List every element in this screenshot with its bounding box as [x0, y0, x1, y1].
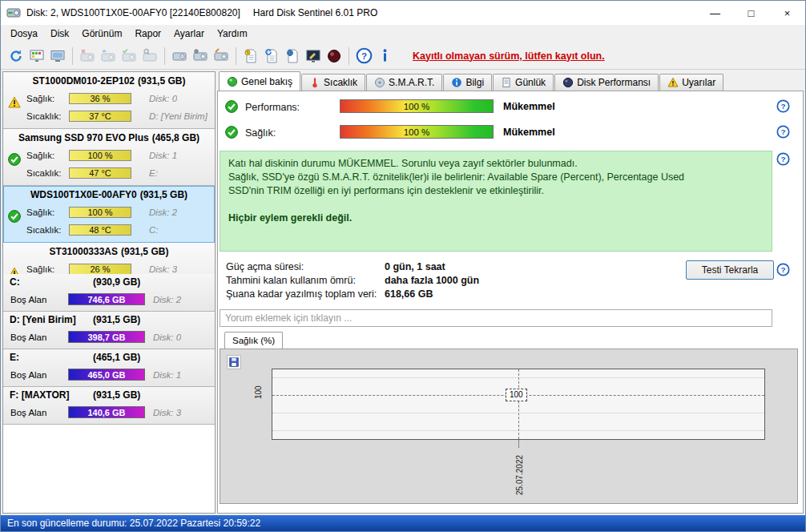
- disk-list: ST1000DM010-2EP102(931,5 GB) Sağlık:36 %…: [3, 72, 215, 274]
- tab-uyarilar[interactable]: Uyarılar: [659, 74, 723, 91]
- retest-button[interactable]: Testi Tekrarla: [686, 260, 774, 280]
- svg-text:?: ?: [780, 265, 785, 274]
- chart-tab-health[interactable]: Sağlık (%): [224, 332, 283, 349]
- performance-sphere-icon[interactable]: [324, 46, 345, 66]
- menu-yardim[interactable]: Yardım: [211, 26, 254, 41]
- toolbar-separator: [72, 47, 73, 65]
- report-clock-icon[interactable]: [240, 46, 261, 66]
- overview-panel: Performans: 100 % Mükemmel ? Sağlık: 100…: [217, 91, 804, 514]
- tab-sicaklik[interactable]: Sıcaklık: [301, 74, 365, 91]
- disk-remove-icon[interactable]: [77, 46, 98, 66]
- partition-item-e[interactable]: E:(465,1 GB) Boş Alan465,0 GBDisk: 1: [3, 349, 215, 387]
- close-button[interactable]: ×: [769, 1, 805, 25]
- y-axis-label: 100: [254, 385, 263, 399]
- temperature-bar: 37 °C: [69, 111, 131, 122]
- status-text: En son güncelleme durumu: 25.07.2022 Paz…: [7, 518, 260, 529]
- report-web-icon[interactable]: [282, 46, 303, 66]
- help-icon[interactable]: ?: [776, 99, 790, 113]
- partition-item-f[interactable]: F: [MAXTOR](931,5 GB) Boş Alan140,6 GBDi…: [3, 387, 215, 425]
- report-refresh-icon[interactable]: [261, 46, 282, 66]
- tab-bilgi[interactable]: Bilgi: [443, 74, 492, 91]
- disk-copy-icon[interactable]: [169, 46, 190, 66]
- partition-list: C:(930,9 GB) Boş Alan746,6 GBDisk: 2 D: …: [3, 274, 215, 425]
- alerts-icon: [667, 77, 679, 88]
- help-icon[interactable]: ?: [776, 263, 790, 276]
- minimize-button[interactable]: —: [697, 1, 733, 25]
- disk-number: Disk: 0: [153, 332, 181, 342]
- tab-strip: Genel bakış Sıcaklık S.M.A.R.T. Bilgi Gü…: [217, 71, 804, 91]
- warning-icon: [8, 267, 21, 274]
- partition-item-c[interactable]: C:(930,9 GB) Boş Alan746,6 GBDisk: 2: [3, 274, 215, 312]
- maximize-button[interactable]: □: [733, 1, 769, 25]
- total-written-value: 618,66 GB: [385, 288, 433, 300]
- tab-gunluk[interactable]: Günlük: [493, 74, 554, 91]
- app-icon: [6, 6, 21, 20]
- temperature-bar: 47 °C: [69, 167, 131, 179]
- drive-letter: E:: [149, 168, 158, 178]
- performance-bar: 100 %: [340, 99, 494, 113]
- health-rating: Mükemmel: [503, 127, 555, 138]
- window-controls: — □ ×: [697, 1, 805, 25]
- ok-icon: [225, 126, 238, 139]
- disk-search-icon[interactable]: [139, 46, 160, 66]
- disk-eject-icon[interactable]: [98, 46, 119, 66]
- help-icon[interactable]: ?: [353, 46, 374, 66]
- disk-number: Disk: 3: [153, 408, 181, 417]
- warning-icon: [8, 96, 21, 109]
- partition-item-d[interactable]: D: [Yeni Birim](931,5 GB) Boş Alan398,7 …: [3, 312, 215, 349]
- date-gridline: [518, 369, 519, 439]
- info-icon[interactable]: [374, 46, 395, 66]
- refresh-icon[interactable]: [6, 46, 26, 66]
- chart-tab-label: Sağlık (%): [232, 336, 275, 345]
- health-bar: 100 %: [69, 207, 131, 218]
- temperature-label: Sıcaklık:: [26, 111, 69, 121]
- tab-label: Genel bakış: [241, 76, 292, 87]
- tab-smart[interactable]: S.M.A.R.T.: [366, 74, 442, 91]
- svg-text:?: ?: [780, 155, 785, 163]
- tab-label: Uyarılar: [682, 77, 715, 88]
- menu-gorunum[interactable]: Görünüm: [75, 26, 128, 41]
- remaining-lifetime-label: Tahmini kalan kullanım ömrü:: [226, 275, 356, 286]
- disk-item-samsung-ssd[interactable]: Samsung SSD 970 EVO Plus(465,8 GB) Sağlı…: [3, 129, 215, 186]
- disk-item-st31000333as[interactable]: ST31000333AS(931,5 GB) Sağlık:26 %Disk: …: [3, 243, 215, 274]
- temperature-bar: 48 °C: [69, 224, 131, 236]
- disk-accept-icon[interactable]: [119, 46, 139, 66]
- health-bar: 26 %: [69, 264, 131, 274]
- monitor-icon[interactable]: [47, 46, 68, 66]
- partition-name: D: [Yeni Birim](931,5 GB): [3, 312, 215, 328]
- ok-icon: [8, 210, 21, 223]
- partition-name: E:(465,1 GB): [3, 349, 215, 366]
- disk-number: Disk: 1: [149, 151, 177, 160]
- total-written-label: Şuana kadar yazılmış toplam veri:: [226, 288, 377, 300]
- window-title-disk: Disk: 2, WDS100T1X0E-00AFY0 [22140E80082…: [26, 7, 240, 18]
- smart-disk-icon: [374, 77, 385, 88]
- menu-rapor[interactable]: Rapor: [128, 26, 167, 41]
- surface-map-icon[interactable]: [303, 46, 324, 66]
- tab-label: Disk Performansı: [577, 77, 651, 88]
- health-label: Sağlık:: [26, 208, 69, 217]
- date-gridline-extension: [518, 440, 519, 448]
- tab-disk-performansi[interactable]: Disk Performansı: [554, 74, 659, 91]
- free-space-bar: 398,7 GB: [68, 331, 145, 343]
- disk-item-st1000dm010[interactable]: ST1000DM010-2EP102(931,5 GB) Sağlık:36 %…: [3, 72, 215, 129]
- menu-disk[interactable]: Disk: [44, 26, 75, 41]
- menu-dosya[interactable]: Dosya: [4, 26, 44, 41]
- disk-config-icon[interactable]: [190, 46, 211, 66]
- performance-label: Performans:: [245, 102, 300, 113]
- ok-icon: [225, 100, 238, 113]
- comment-input[interactable]: [220, 309, 772, 327]
- info-icon: [451, 77, 462, 88]
- tab-genel-bakis[interactable]: Genel bakış: [219, 71, 300, 91]
- help-icon[interactable]: ?: [776, 125, 790, 139]
- drive-letter: D: [Yeni Birim]: [149, 111, 208, 121]
- disk-tools-icon[interactable]: [211, 46, 232, 66]
- help-icon[interactable]: ?: [776, 152, 790, 166]
- status-line: SSD'nin TRIM özelliği en iyi performans …: [228, 184, 764, 198]
- log-icon: [501, 77, 512, 88]
- free-space-bar: 746,6 GB: [68, 293, 145, 305]
- menu-ayarlar[interactable]: Ayarlar: [167, 26, 211, 41]
- surface-test-icon[interactable]: [26, 46, 47, 66]
- save-icon[interactable]: [227, 355, 241, 369]
- disk-item-wds100t1x0e-selected[interactable]: WDS100T1X0E-00AFY0(931,5 GB) Sağlık:100 …: [3, 186, 215, 243]
- register-link[interactable]: Kayıtlı olmayan sürüm, lütfen kayıt olun…: [413, 50, 605, 62]
